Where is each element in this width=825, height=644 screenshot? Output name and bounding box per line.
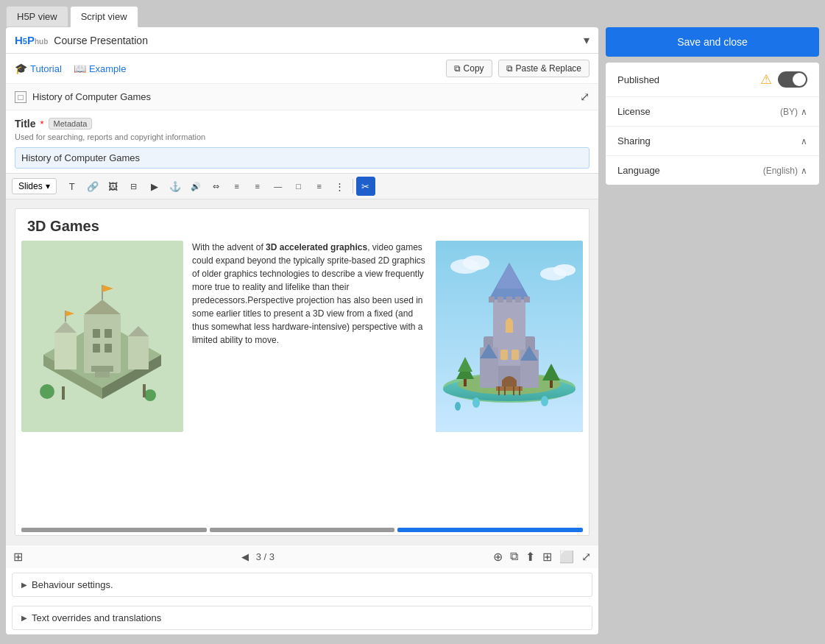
language-row: Language (English) ∧: [606, 156, 819, 185]
h5p-header: H5Phub Course Presentation ▾: [6, 27, 598, 54]
history-icon: □: [15, 91, 26, 103]
toolbar-audio-btn[interactable]: 🔊: [186, 177, 205, 196]
page-number: 3 / 3: [256, 551, 275, 562]
slide-image-right: [436, 241, 583, 432]
main-layout: H5Phub Course Presentation ▾ 🎓 Tutorial …: [0, 27, 825, 640]
tab-h5p-view[interactable]: H5P view: [6, 6, 68, 27]
save-close-button[interactable]: Save and close: [606, 27, 819, 57]
copy-button[interactable]: ⧉ Copy: [446, 60, 492, 77]
nav-icons-right: ⊕ ⧉ ⬆ ⊞ ⬜ ⤢: [492, 550, 592, 564]
published-label: Published: [617, 74, 760, 85]
slide-title: 3D Games: [15, 209, 589, 241]
toolbar-video-btn[interactable]: ▶: [145, 177, 164, 196]
behaviour-settings-label: Behaviour settings.: [32, 579, 113, 590]
h5p-dropdown-btn[interactable]: ▾: [584, 33, 589, 47]
text-overrides-header[interactable]: ▶ Text overrides and translations: [13, 606, 592, 629]
toolbar-list-ol-btn[interactable]: ≡: [227, 177, 247, 196]
right-card: Published ⚠ License (BY) ∧ Sharing ∧: [606, 63, 819, 185]
slide-image-left: [21, 241, 183, 432]
svg-rect-22: [62, 386, 65, 400]
svg-rect-37: [498, 297, 503, 302]
page-indicator: ◀ 3 / 3: [24, 551, 492, 562]
copy-icon: ⧉: [454, 63, 461, 74]
svg-rect-18: [91, 366, 113, 372]
svg-rect-19: [95, 372, 110, 378]
svg-point-28: [553, 264, 576, 276]
h5p-logo: H5Phub: [15, 34, 48, 46]
svg-rect-13: [105, 344, 112, 353]
left-panel: H5Phub Course Presentation ▾ 🎓 Tutorial …: [6, 27, 598, 634]
toolbar-indent-btn[interactable]: ⇔: [207, 177, 226, 196]
toolbar-hr-btn[interactable]: —: [269, 177, 288, 196]
paste-replace-button[interactable]: ⧉ Paste & Replace: [498, 60, 589, 77]
published-row: Published ⚠: [606, 63, 819, 97]
nav-export-icon[interactable]: ⬆: [525, 550, 535, 564]
example-link[interactable]: 📖 Example: [74, 63, 127, 74]
license-label: License: [617, 106, 780, 117]
slide-area: 3D Games: [6, 199, 598, 545]
prev-page-btn[interactable]: ◀: [241, 551, 249, 562]
slides-label: Slides: [18, 181, 43, 191]
behaviour-settings-header[interactable]: ▶ Behaviour settings.: [13, 573, 592, 596]
sharing-expand-icon[interactable]: ∧: [801, 136, 807, 146]
tutorial-icon: 🎓: [15, 63, 27, 74]
language-value: (English): [763, 166, 798, 176]
toolbar-list-ul-btn[interactable]: ≡: [248, 177, 267, 196]
toolbar-format-btn[interactable]: ≡: [310, 177, 329, 196]
toolbar-link-btn[interactable]: 🔗: [83, 177, 102, 196]
behaviour-arrow-icon: ▶: [21, 581, 27, 589]
toolbar-more-btn[interactable]: ⋮: [330, 177, 350, 196]
sharing-label: Sharing: [617, 135, 798, 146]
expand-icon[interactable]: ⤢: [580, 90, 589, 104]
text-overrides-section: ▶ Text overrides and translations: [12, 606, 592, 630]
metadata-badge[interactable]: Metadata: [49, 118, 93, 130]
nav-slides-icon[interactable]: ⊞: [13, 550, 23, 564]
toolbar-embed-btn[interactable]: □: [289, 177, 308, 196]
nav-fullscreen-icon[interactable]: ⤢: [581, 550, 591, 564]
paste-label: Paste & Replace: [516, 63, 581, 74]
title-label-row: Title * Metadata: [15, 118, 589, 130]
svg-rect-23: [143, 384, 146, 397]
svg-rect-45: [500, 350, 508, 360]
svg-point-20: [40, 384, 54, 399]
text-overrides-arrow-icon: ▶: [21, 614, 27, 622]
example-label: Example: [89, 63, 127, 74]
published-toggle[interactable]: [778, 71, 807, 88]
title-input[interactable]: [15, 147, 589, 169]
nav-grid-icon[interactable]: ⊞: [542, 550, 552, 564]
toolbar-separator: [353, 179, 353, 194]
language-expand-icon[interactable]: ∧: [801, 166, 807, 176]
svg-rect-10: [93, 329, 100, 338]
bottom-nav: ⊞ ◀ 3 / 3 ⊕ ⧉ ⬆ ⊞ ⬜ ⤢: [6, 545, 598, 568]
text-overrides-label: Text overrides and translations: [32, 612, 161, 623]
progress-bar: [15, 525, 589, 535]
toggle-track: [778, 71, 807, 88]
license-value: (BY): [780, 107, 798, 117]
svg-rect-39: [515, 297, 521, 302]
nav-copy-slide-icon[interactable]: ⧉: [510, 550, 518, 564]
svg-rect-6: [54, 333, 77, 369]
slide-content: With the advent of 3D accelerated graphi…: [15, 241, 589, 522]
slide-text-content: With the advent of 3D accelerated graphi…: [192, 241, 427, 522]
right-panel: Save and close Published ⚠ License (BY) …: [606, 27, 819, 634]
license-expand-icon[interactable]: ∧: [801, 107, 807, 117]
tab-script-view[interactable]: Script view: [70, 6, 138, 27]
toolbar-clipboard-btn[interactable]: ✂: [356, 177, 375, 196]
slides-dropdown-arrow: ▾: [46, 181, 50, 191]
svg-rect-11: [105, 329, 112, 338]
nav-add-icon[interactable]: ⊕: [493, 550, 503, 564]
h5p-content-title: Course Presentation: [54, 35, 578, 46]
toolbar-text-btn[interactable]: T: [63, 177, 82, 196]
example-icon: 📖: [74, 63, 86, 74]
svg-point-26: [463, 255, 489, 270]
slides-dropdown-btn[interactable]: Slides ▾: [12, 178, 57, 194]
svg-rect-8: [128, 336, 149, 369]
tab-bar: H5P view Script view: [0, 0, 825, 27]
toolbar-table-btn[interactable]: ⊟: [124, 177, 144, 196]
nav-preview-icon[interactable]: ⬜: [559, 550, 574, 564]
title-hint: Used for searching, reports and copyrigh…: [15, 132, 589, 141]
toolbar-image-btn[interactable]: 🖼: [104, 177, 123, 196]
tutorial-link[interactable]: 🎓 Tutorial: [15, 63, 62, 74]
toolbar-anchor-btn[interactable]: ⚓: [166, 177, 185, 196]
progress-seg-1: [21, 528, 207, 532]
